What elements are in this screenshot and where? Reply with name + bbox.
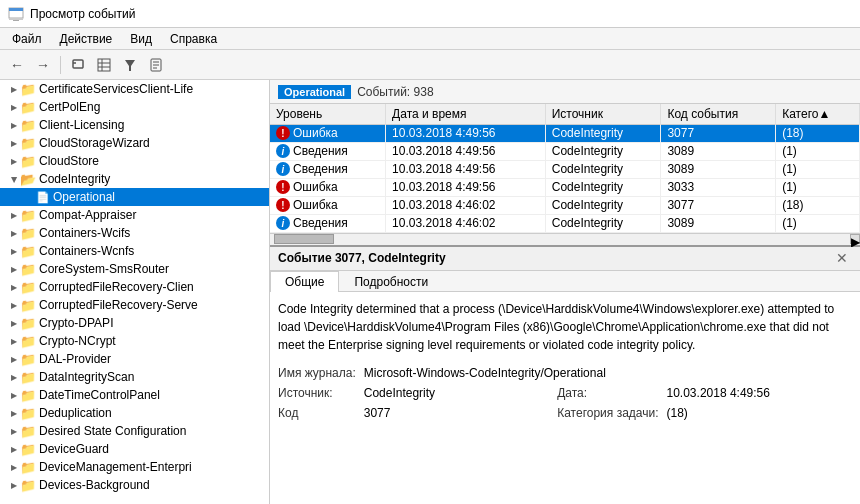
col-level[interactable]: Уровень	[270, 104, 386, 124]
tree-item-dsc[interactable]: 📁Desired State Configuration	[0, 422, 269, 440]
tree-item-datainteg[interactable]: 📁DataIntegrityScan	[0, 368, 269, 386]
properties-button[interactable]	[145, 54, 167, 76]
table-view-button[interactable]	[93, 54, 115, 76]
level-icon: !	[276, 198, 290, 212]
tree-item-corrupted-server[interactable]: 📁CorruptedFileRecovery-Serve	[0, 296, 269, 314]
tree-item-label: CloudStore	[39, 154, 99, 168]
tree-item-containers-wcnfs[interactable]: 📁Containers-Wcnfs	[0, 242, 269, 260]
table-row[interactable]: !Ошибка 10.03.2018 4:49:56 CodeIntegrity…	[270, 124, 860, 142]
event-table-header-row: Уровень Дата и время Источник Код событи…	[270, 104, 860, 124]
folder-icon: 📁	[20, 316, 36, 331]
scroll-right-btn[interactable]: ▶	[850, 234, 860, 244]
table-row[interactable]: iСведения 10.03.2018 4:49:56 CodeIntegri…	[270, 160, 860, 178]
tree-item-devmgmt[interactable]: 📁DeviceManagement-Enterpri	[0, 458, 269, 476]
filter-button[interactable]	[119, 54, 141, 76]
tree-arrow	[8, 337, 20, 346]
event-table-container[interactable]: Уровень Дата и время Источник Код событи…	[270, 104, 860, 233]
col-category[interactable]: Катего▲	[776, 104, 860, 124]
level-icon: i	[276, 216, 290, 230]
tree-item-crypto-ncrypt[interactable]: 📁Crypto-NCrypt	[0, 332, 269, 350]
tree-arrow	[8, 247, 20, 256]
tab-details[interactable]: Подробности	[339, 271, 443, 292]
level-icon: i	[276, 144, 290, 158]
menu-action[interactable]: Действие	[52, 30, 121, 48]
tree-item-client-lic[interactable]: 📁Client-Licensing	[0, 116, 269, 134]
tree-item-containers-wcifs[interactable]: 📁Containers-Wcifs	[0, 224, 269, 242]
cell-datetime: 10.03.2018 4:49:56	[386, 124, 546, 142]
cell-level: !Ошибка	[270, 178, 386, 196]
cell-category: (18)	[776, 124, 860, 142]
tree-item-cert-life[interactable]: 📁CertificateServicesClient-Life	[0, 80, 269, 98]
tree-item-cloud-store[interactable]: 📁CloudStore	[0, 152, 269, 170]
tree-item-label: DateTimeControlPanel	[39, 388, 160, 402]
source-field-value: CodeIntegrity	[364, 384, 549, 402]
folder-icon: 📁	[20, 118, 36, 133]
cell-datetime: 10.03.2018 4:46:02	[386, 214, 546, 232]
menu-file[interactable]: Файл	[4, 30, 50, 48]
source-field-label: Источник:	[278, 384, 356, 402]
folder-icon: 📁	[20, 478, 36, 493]
tree-item-code-integrity[interactable]: 📂CodeIntegrity	[0, 170, 269, 188]
detail-header: Событие 3077, CodeIntegrity ✕	[270, 247, 860, 271]
filter-icon	[123, 58, 137, 72]
task-category-value: (18)	[667, 404, 852, 422]
tree-item-operational[interactable]: 📄Operational	[0, 188, 269, 206]
detail-tabs: Общие Подробности	[270, 271, 860, 292]
tree-item-devguard[interactable]: 📁DeviceGuard	[0, 440, 269, 458]
tree-arrow	[8, 391, 20, 400]
table-row[interactable]: !Ошибка 10.03.2018 4:49:56 CodeIntegrity…	[270, 178, 860, 196]
back-button[interactable]: ←	[6, 54, 28, 76]
folder-icon: 📁	[20, 370, 36, 385]
cell-code: 3089	[661, 160, 776, 178]
col-datetime[interactable]: Дата и время	[386, 104, 546, 124]
tree-item-crypto-dpapi[interactable]: 📁Crypto-DPAPI	[0, 314, 269, 332]
cell-source: CodeIntegrity	[545, 160, 661, 178]
tree-item-dedup[interactable]: 📁Deduplication	[0, 404, 269, 422]
tree-item-datetime[interactable]: 📁DateTimeControlPanel	[0, 386, 269, 404]
cell-level: iСведения	[270, 142, 386, 160]
folder-icon: 📂	[20, 172, 36, 187]
folder-icon: 📁	[20, 298, 36, 313]
folder-icon: 📁	[20, 388, 36, 403]
tree-item-compat[interactable]: 📁Compat-Appraiser	[0, 206, 269, 224]
tree-arrow	[8, 85, 20, 94]
col-code[interactable]: Код события	[661, 104, 776, 124]
horizontal-scrollbar[interactable]: ▶	[270, 233, 860, 245]
tree-item-devices-bg[interactable]: 📁Devices-Background	[0, 476, 269, 494]
cell-source: CodeIntegrity	[545, 178, 661, 196]
tree-item-label: CoreSystem-SmsRouter	[39, 262, 169, 276]
menu-help[interactable]: Справка	[162, 30, 225, 48]
refresh-button[interactable]	[67, 54, 89, 76]
col-source[interactable]: Источник	[545, 104, 661, 124]
task-category-label: Категория задачи:	[557, 404, 658, 422]
folder-icon: 📁	[20, 262, 36, 277]
right-panel: Operational Событий: 938 Уровень Дата и …	[270, 80, 860, 504]
journal-label: Имя журнала:	[278, 364, 356, 382]
tab-general[interactable]: Общие	[270, 271, 339, 292]
table-row[interactable]: iСведения 10.03.2018 4:49:56 CodeIntegri…	[270, 142, 860, 160]
operational-badge: Operational	[278, 85, 351, 99]
cell-source: CodeIntegrity	[545, 196, 661, 214]
cell-source: CodeIntegrity	[545, 142, 661, 160]
tree-item-label: DeviceManagement-Enterpri	[39, 460, 192, 474]
cell-level: !Ошибка	[270, 196, 386, 214]
cell-category: (1)	[776, 178, 860, 196]
tree-item-core-sms[interactable]: 📁CoreSystem-SmsRouter	[0, 260, 269, 278]
svg-rect-1	[9, 8, 23, 11]
tree-item-corrupted-client[interactable]: 📁CorruptedFileRecovery-Clien	[0, 278, 269, 296]
svg-rect-6	[98, 59, 110, 71]
tree-item-cert-pol[interactable]: 📁CertPolEng	[0, 98, 269, 116]
tree-item-cloud-wiz[interactable]: 📁CloudStorageWizard	[0, 134, 269, 152]
table-row[interactable]: iСведения 10.03.2018 4:46:02 CodeIntegri…	[270, 214, 860, 232]
menu-view[interactable]: Вид	[122, 30, 160, 48]
folder-icon: 📁	[20, 154, 36, 169]
tree-item-dal-provider[interactable]: 📁DAL-Provider	[0, 350, 269, 368]
cell-code: 3077	[661, 124, 776, 142]
doc-icon: 📄	[36, 191, 50, 204]
forward-button[interactable]: →	[32, 54, 54, 76]
tree-item-label: CertificateServicesClient-Life	[39, 82, 193, 96]
table-row[interactable]: !Ошибка 10.03.2018 4:46:02 CodeIntegrity…	[270, 196, 860, 214]
close-detail-button[interactable]: ✕	[832, 250, 852, 266]
folder-icon: 📁	[20, 280, 36, 295]
tree-item-label: CorruptedFileRecovery-Serve	[39, 298, 198, 312]
